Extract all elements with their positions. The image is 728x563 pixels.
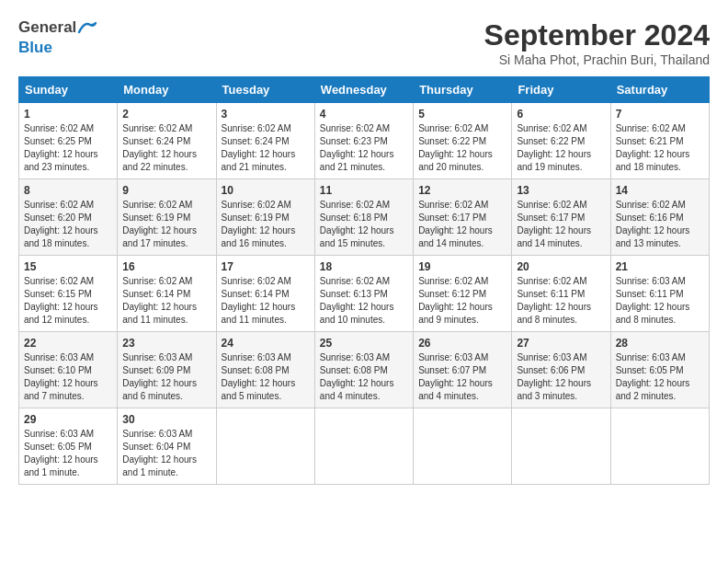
calendar-cell: 23 Sunrise: 6:03 AMSunset: 6:09 PMDaylig… [118, 332, 216, 408]
cell-info: Sunrise: 6:02 AMSunset: 6:19 PMDaylight:… [222, 199, 310, 250]
day-number: 29 [24, 413, 112, 426]
day-number: 17 [222, 260, 310, 273]
calendar-cell: 2 Sunrise: 6:02 AMSunset: 6:24 PMDayligh… [118, 103, 216, 179]
day-number: 24 [222, 337, 310, 350]
cell-info: Sunrise: 6:03 AMSunset: 6:05 PMDaylight:… [616, 351, 704, 403]
day-header-tuesday: Tuesday [216, 77, 314, 103]
cell-info: Sunrise: 6:03 AMSunset: 6:08 PMDaylight:… [320, 351, 408, 403]
day-header-monday: Monday [118, 77, 216, 103]
day-number: 22 [24, 337, 112, 350]
day-number: 5 [418, 108, 506, 121]
logo-bird-icon [77, 19, 97, 36]
day-header-thursday: Thursday [414, 77, 512, 103]
day-number: 30 [122, 413, 210, 426]
cell-info: Sunrise: 6:02 AMSunset: 6:19 PMDaylight:… [122, 199, 210, 250]
day-number: 3 [222, 108, 310, 121]
calendar-cell: 16 Sunrise: 6:02 AMSunset: 6:14 PMDaylig… [118, 256, 216, 332]
calendar-cell [314, 408, 413, 485]
day-number: 13 [517, 184, 605, 197]
calendar-cell [216, 408, 314, 485]
logo-blue: Blue [18, 39, 52, 56]
calendar-cell: 26 Sunrise: 6:03 AMSunset: 6:07 PMDaylig… [414, 332, 512, 408]
calendar-cell: 1 Sunrise: 6:02 AMSunset: 6:25 PMDayligh… [19, 103, 118, 179]
day-number: 28 [616, 337, 704, 350]
cell-info: Sunrise: 6:02 AMSunset: 6:12 PMDaylight:… [418, 275, 506, 327]
cell-info: Sunrise: 6:03 AMSunset: 6:08 PMDaylight:… [222, 351, 310, 403]
calendar-cell: 25 Sunrise: 6:03 AMSunset: 6:08 PMDaylig… [314, 332, 413, 408]
day-number: 19 [418, 260, 506, 273]
calendar-cell: 22 Sunrise: 6:03 AMSunset: 6:10 PMDaylig… [19, 332, 118, 408]
calendar-cell: 24 Sunrise: 6:03 AMSunset: 6:08 PMDaylig… [216, 332, 314, 408]
calendar-cell: 30 Sunrise: 6:03 AMSunset: 6:04 PMDaylig… [118, 408, 216, 485]
page-header: General Blue September 2024 Si Maha Phot… [18, 18, 710, 67]
calendar-cell: 21 Sunrise: 6:03 AMSunset: 6:11 PMDaylig… [610, 256, 709, 332]
cell-info: Sunrise: 6:02 AMSunset: 6:11 PMDaylight:… [517, 275, 605, 327]
calendar-cell: 6 Sunrise: 6:02 AMSunset: 6:22 PMDayligh… [512, 103, 610, 179]
cell-info: Sunrise: 6:02 AMSunset: 6:25 PMDaylight:… [24, 122, 112, 174]
title-section: September 2024 Si Maha Phot, Prachin Bur… [484, 18, 710, 67]
logo: General Blue [18, 18, 97, 57]
day-number: 11 [320, 184, 408, 197]
day-number: 20 [517, 260, 605, 273]
calendar-cell: 3 Sunrise: 6:02 AMSunset: 6:24 PMDayligh… [216, 103, 314, 179]
cell-info: Sunrise: 6:02 AMSunset: 6:14 PMDaylight:… [122, 275, 210, 327]
day-number: 14 [616, 184, 704, 197]
calendar-cell: 10 Sunrise: 6:02 AMSunset: 6:19 PMDaylig… [216, 179, 314, 256]
calendar-cell: 14 Sunrise: 6:02 AMSunset: 6:16 PMDaylig… [610, 179, 709, 256]
cell-info: Sunrise: 6:03 AMSunset: 6:06 PMDaylight:… [517, 351, 605, 403]
cell-info: Sunrise: 6:03 AMSunset: 6:11 PMDaylight:… [616, 275, 704, 327]
day-header-wednesday: Wednesday [314, 77, 413, 103]
cell-info: Sunrise: 6:03 AMSunset: 6:10 PMDaylight:… [24, 351, 112, 403]
day-number: 8 [24, 184, 112, 197]
cell-info: Sunrise: 6:03 AMSunset: 6:09 PMDaylight:… [122, 351, 210, 403]
week-row-3: 15 Sunrise: 6:02 AMSunset: 6:15 PMDaylig… [19, 256, 710, 332]
calendar-cell: 17 Sunrise: 6:02 AMSunset: 6:14 PMDaylig… [216, 256, 314, 332]
day-number: 6 [517, 108, 605, 121]
calendar-cell: 7 Sunrise: 6:02 AMSunset: 6:21 PMDayligh… [610, 103, 709, 179]
day-number: 27 [517, 337, 605, 350]
cell-info: Sunrise: 6:02 AMSunset: 6:15 PMDaylight:… [24, 275, 112, 327]
calendar-cell: 18 Sunrise: 6:02 AMSunset: 6:13 PMDaylig… [314, 256, 413, 332]
header-row: SundayMondayTuesdayWednesdayThursdayFrid… [19, 77, 710, 103]
calendar-cell: 13 Sunrise: 6:02 AMSunset: 6:17 PMDaylig… [512, 179, 610, 256]
day-number: 4 [320, 108, 408, 121]
calendar-cell [414, 408, 512, 485]
cell-info: Sunrise: 6:02 AMSunset: 6:22 PMDaylight:… [517, 122, 605, 174]
cell-info: Sunrise: 6:02 AMSunset: 6:14 PMDaylight:… [222, 275, 310, 327]
calendar-cell: 5 Sunrise: 6:02 AMSunset: 6:22 PMDayligh… [414, 103, 512, 179]
day-number: 25 [320, 337, 408, 350]
cell-info: Sunrise: 6:02 AMSunset: 6:20 PMDaylight:… [24, 199, 112, 250]
cell-info: Sunrise: 6:02 AMSunset: 6:18 PMDaylight:… [320, 199, 408, 250]
week-row-1: 1 Sunrise: 6:02 AMSunset: 6:25 PMDayligh… [19, 103, 710, 179]
calendar-cell: 20 Sunrise: 6:02 AMSunset: 6:11 PMDaylig… [512, 256, 610, 332]
calendar-cell: 28 Sunrise: 6:03 AMSunset: 6:05 PMDaylig… [610, 332, 709, 408]
cell-info: Sunrise: 6:03 AMSunset: 6:07 PMDaylight:… [418, 351, 506, 403]
logo-general: General [18, 18, 76, 37]
calendar-cell: 29 Sunrise: 6:03 AMSunset: 6:05 PMDaylig… [19, 408, 118, 485]
calendar-cell [512, 408, 610, 485]
day-number: 21 [616, 260, 704, 273]
day-number: 2 [122, 108, 210, 121]
day-number: 1 [24, 108, 112, 121]
location-title: Si Maha Phot, Prachin Buri, Thailand [484, 52, 710, 67]
week-row-2: 8 Sunrise: 6:02 AMSunset: 6:20 PMDayligh… [19, 179, 710, 256]
calendar-cell: 15 Sunrise: 6:02 AMSunset: 6:15 PMDaylig… [19, 256, 118, 332]
day-number: 23 [122, 337, 210, 350]
cell-info: Sunrise: 6:02 AMSunset: 6:16 PMDaylight:… [616, 199, 704, 250]
month-title: September 2024 [484, 18, 710, 52]
day-number: 9 [122, 184, 210, 197]
day-number: 26 [418, 337, 506, 350]
day-number: 18 [320, 260, 408, 273]
day-number: 10 [222, 184, 310, 197]
calendar-cell: 8 Sunrise: 6:02 AMSunset: 6:20 PMDayligh… [19, 179, 118, 256]
day-number: 16 [122, 260, 210, 273]
calendar-cell: 19 Sunrise: 6:02 AMSunset: 6:12 PMDaylig… [414, 256, 512, 332]
cell-info: Sunrise: 6:03 AMSunset: 6:04 PMDaylight:… [122, 428, 210, 479]
cell-info: Sunrise: 6:02 AMSunset: 6:13 PMDaylight:… [320, 275, 408, 327]
day-number: 12 [418, 184, 506, 197]
cell-info: Sunrise: 6:03 AMSunset: 6:05 PMDaylight:… [24, 428, 112, 479]
day-number: 15 [24, 260, 112, 273]
calendar-cell: 9 Sunrise: 6:02 AMSunset: 6:19 PMDayligh… [118, 179, 216, 256]
calendar-cell: 27 Sunrise: 6:03 AMSunset: 6:06 PMDaylig… [512, 332, 610, 408]
cell-info: Sunrise: 6:02 AMSunset: 6:21 PMDaylight:… [616, 122, 704, 174]
